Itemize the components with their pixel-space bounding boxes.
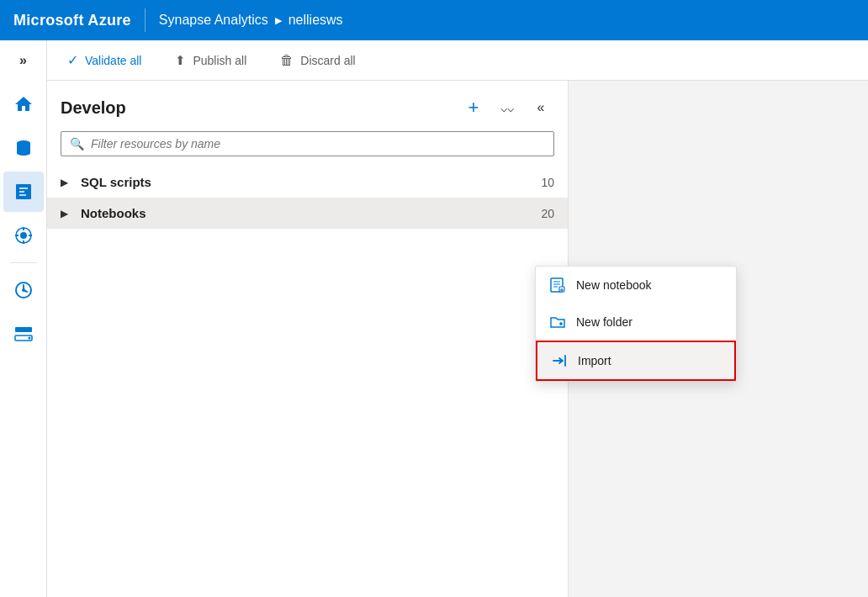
validate-label: Validate all [85,54,141,67]
new-folder-label: New folder [576,315,632,329]
context-menu-import[interactable]: Import [536,341,736,381]
sidebar-item-monitor[interactable] [3,270,44,310]
discard-all-button[interactable]: 🗑 Discard all [273,50,362,71]
search-container: 🔍 [47,131,568,166]
collapse-panel-icon: « [537,100,545,115]
monitor-icon [13,280,34,300]
expand-button[interactable]: ⌵⌵ [494,94,521,121]
main-layout: » [0,40,868,597]
sidebar-item-home[interactable] [3,84,44,124]
database-icon [13,138,34,158]
develop-panel: Develop + ⌵⌵ « [47,81,569,597]
new-notebook-label: New notebook [576,278,652,292]
tree-item-notebooks[interactable]: ▶ Notebooks 20 [47,198,568,229]
panel-area: Develop + ⌵⌵ « [47,81,868,597]
sidebar-item-manage[interactable] [3,314,44,354]
develop-header: Develop + ⌵⌵ « [47,81,568,131]
sidebar-item-data[interactable] [3,128,44,168]
notebooks-chevron: ▶ [61,208,74,219]
toolbar: ✓ Validate all ⬆ Publish all 🗑 Discard a… [47,40,868,81]
home-icon [13,94,34,114]
sidebar: » [0,40,47,597]
develop-header-actions: + ⌵⌵ « [460,94,554,121]
context-menu-new-folder[interactable]: New folder [536,304,736,341]
sql-scripts-count: 10 [541,176,554,189]
header-divider [145,8,146,32]
notebooks-label: Notebooks [81,206,534,220]
svg-point-5 [22,288,25,292]
expand-icon: ⌵⌵ [500,101,514,114]
svg-point-8 [28,337,30,340]
publish-label: Publish all [193,54,246,67]
search-icon: 🔍 [70,137,84,151]
sidebar-item-integrate[interactable] [3,215,44,256]
content-area: ✓ Validate all ⬆ Publish all 🗑 Discard a… [47,40,868,597]
svg-point-2 [20,232,27,239]
sidebar-item-develop[interactable] [3,172,44,212]
sql-scripts-chevron: ▶ [61,177,74,188]
publish-all-button[interactable]: ⬆ Publish all [168,50,253,71]
search-input[interactable] [91,137,545,151]
discard-label: Discard all [300,54,355,67]
svg-rect-6 [15,327,32,332]
sql-scripts-label: SQL scripts [81,175,534,189]
add-button[interactable]: + [460,94,487,121]
import-icon [551,352,568,369]
validate-icon: ✓ [67,52,78,68]
notebooks-count: 20 [541,207,554,220]
develop-title: Develop [61,98,450,118]
collapse-icon: » [19,53,27,68]
service-label: Synapse Analytics [159,13,268,28]
add-icon: + [468,97,479,119]
workspace-label: nelliesws [288,13,343,28]
service-name: Synapse Analytics ▶ nelliesws [159,13,343,28]
sidebar-divider [10,262,37,263]
manage-icon [13,324,34,344]
context-menu: New notebook New folder [535,266,737,382]
sidebar-collapse-button[interactable]: » [7,47,40,74]
new-notebook-icon [549,277,566,293]
publish-icon: ⬆ [175,53,186,68]
azure-header: Microsoft Azure Synapse Analytics ▶ nell… [0,0,868,40]
context-menu-new-notebook[interactable]: New notebook [536,267,736,304]
new-folder-icon [549,314,566,330]
validate-all-button[interactable]: ✓ Validate all [61,49,148,71]
develop-icon [13,182,34,202]
tree-item-sql-scripts[interactable]: ▶ SQL scripts 10 [47,166,568,198]
search-box: 🔍 [61,131,554,156]
integrate-icon [13,225,34,246]
discard-icon: 🗑 [280,53,294,68]
import-label: Import [578,354,611,367]
brand-label: Microsoft Azure [13,12,131,29]
collapse-panel-button[interactable]: « [527,94,554,121]
breadcrumb-chevron: ▶ [275,15,282,26]
